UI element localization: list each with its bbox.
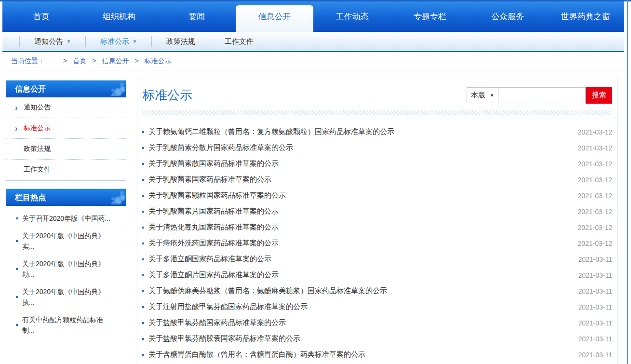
breadcrumb-link[interactable]: 信息公开 [102,57,129,65]
bullet-icon [142,274,144,276]
news-title-link[interactable]: 关于痔疮外洗药国家药品标准草案的公示 [148,239,577,248]
hot-list-item[interactable]: 关于2020年版《中国药典》执... [6,283,126,311]
sidebar-menu-item[interactable]: › 通知公告 [6,97,126,118]
sub-nav-label: 政策法规 [166,37,195,45]
sidebar-menu-header: 信息公开 [6,81,126,97]
hot-item-label: 关于2020年版《中国药典》执... [22,286,113,308]
sidebar-menu-title: 信息公开 [15,85,46,93]
top-nav-item[interactable]: 工作动态 [313,1,391,32]
news-date: 2021-03-11 [578,303,612,311]
top-nav-label: 工作动态 [336,11,369,22]
breadcrumb-prefix: 当前位置： [11,57,45,66]
top-nav-label: 世界药典之窗 [561,11,610,22]
top-nav-label: 要闻 [188,11,205,22]
top-nav-item[interactable]: 公众服务 [469,1,547,32]
sub-nav-item[interactable]: 政策法规▼ [151,36,210,47]
bullet-icon [142,338,144,340]
news-row: 关于盐酸甲氯芬酯胶囊国家药品标准草案的公示 2021-03-11 [142,331,612,347]
news-title-link[interactable]: 关于乳酸菌素国家药品标准草案的公示 [148,175,577,184]
top-nav-label: 公众服务 [491,11,524,22]
breadcrumb-link[interactable]: 标准公示 [145,57,172,65]
search-button[interactable]: 搜索 [586,87,612,104]
top-nav-label: 组织机构 [103,11,135,22]
sidebar-hot-header: 栏目热点 [6,189,126,206]
news-title-link[interactable]: 关于赖氨葡钙二维颗粒（曾用名：复方赖氨酸颗粒）国家药品标准草案的公示 [148,127,577,136]
top-nav-label: 信息公开 [258,11,291,22]
search-input[interactable] [498,87,586,103]
breadcrumb-separator: > [134,57,138,65]
bullet-icon [16,217,18,219]
news-date: 2021-03-11 [578,351,612,359]
breadcrumb-separator: > [63,57,67,65]
news-date: 2021-03-11 [578,335,612,343]
hot-list-item[interactable]: 关于2020年版《中国药典》勘... [6,255,126,283]
bullet-icon [142,147,144,149]
content-area: 信息公开 › 通知公告 [2,70,624,364]
sidebar: 信息公开 › 通知公告 [6,80,126,364]
search-scope-select[interactable]: 本版 ▼ [467,87,498,103]
news-title-link[interactable]: 关于乳酸菌素片国家药品标准草案的公示 [148,207,577,216]
sub-nav-item[interactable]: 标准公示▼ [85,36,151,47]
breadcrumb-link[interactable]: 首页 [73,57,86,65]
top-nav-item[interactable]: 组织机构 [80,1,158,32]
breadcrumb-crumb: >首页 [57,57,86,66]
news-row: 关于乳酸菌素国家药品标准草案的公示 2021-03-12 [142,172,612,188]
hot-item-label: 关于2020年版《中国药典》实... [22,230,113,252]
bullet-icon [142,195,144,197]
page-title: 标准公示 [142,87,192,104]
news-date: 2021-03-12 [577,128,612,136]
bullet-icon [16,324,18,326]
hot-item-label: 关于召开2020年版《中国药... [22,213,110,224]
news-date: 2021-03-12 [577,176,612,184]
news-date: 2021-03-12 [577,240,612,247]
chevron-right-icon: › [15,124,24,133]
sidebar-menu-box: 信息公开 › 通知公告 [6,80,126,181]
news-title-link[interactable]: 关于乳酸菌素散国家药品标准草案的公示 [148,159,577,168]
hot-list: 关于召开2020年版《中国药... 关于2020年版《中国药典》实... 关于2… [6,206,126,343]
bullet-icon [142,290,144,292]
news-row: 关于乳酸菌素散国家药品标准草案的公示 2021-03-12 [142,156,612,172]
news-row: 关于乳酸菌素颗粒国家药品标准草案的公示 2021-03-12 [142,188,612,203]
breadcrumb: 当前位置： >首页 >信息公开 >标准公示 [2,52,624,70]
sidebar-menu-item[interactable]: › 工作文件 [6,160,126,180]
news-title-link[interactable]: 关于注射用盐酸甲氯芬酯国家药品标准草案的公示 [148,302,578,311]
select-arrow-icon: ▼ [490,93,494,98]
top-nav-item[interactable]: 首页 [2,1,80,32]
news-row: 关于含糖胃蛋白酶散（曾用名：含糖胃蛋白酶）药典标准草案的公示 2021-03-1… [142,347,612,363]
top-nav-item[interactable]: 要闻 [158,1,236,32]
breadcrumb-crumb: >信息公开 [86,57,129,66]
top-nav-item[interactable]: 信息公开 [236,5,313,32]
sub-nav-item[interactable]: 通知公告▼ [19,36,85,47]
sidebar-menu-item[interactable]: › 标准公示 [6,118,126,139]
news-title-link[interactable]: 关于盐酸甲氯芬酯胶囊国家药品标准草案的公示 [148,334,578,343]
bullet-icon [142,227,144,229]
sidebar-menu-item[interactable]: › 政策法规 [6,139,126,160]
striped-divider [142,110,612,115]
hot-list-item[interactable]: 关于2020年版《中国药典》实... [6,227,126,255]
breadcrumb-separator: > [92,57,96,65]
news-date: 2021-03-11 [578,319,612,327]
page-container: 首页 组织机构 要闻 信息公开 工作动态 专题专栏 公众服务 [2,1,624,364]
sidebar-hot-title: 栏目热点 [15,193,46,202]
hot-list-item[interactable]: 有关中药配方颗粒药品标准制... [6,311,126,339]
news-title-link[interactable]: 关于清热化毒丸国家药品标准草案的公示 [148,223,577,232]
search-scope-value: 本版 [471,91,485,100]
top-nav-item[interactable]: 专题专栏 [391,1,469,32]
top-nav-label: 专题专栏 [414,11,446,22]
hot-list-item[interactable]: 关于召开2020年版《中国药... [6,210,126,227]
news-date: 2021-03-12 [577,224,612,231]
sub-nav-item[interactable]: 工作文件▼ [210,36,268,47]
news-title-link[interactable]: 关于含糖胃蛋白酶散（曾用名：含糖胃蛋白酶）药典标准草案的公示 [148,350,578,359]
top-nav-item[interactable]: 世界药典之窗 [547,1,624,32]
news-title-link[interactable]: 关于多潘立酮片国家药品标准草案的公示 [148,270,578,280]
sidebar-menu-label: 通知公告 [24,103,51,112]
news-title-link[interactable]: 关于乳酸菌素分散片国家药品标准草案的公示 [148,143,577,152]
news-title-link[interactable]: 关于多潘立酮国家药品标准草案的公示 [148,255,578,264]
news-title-link[interactable]: 关于盐酸甲氯芬酯国家药品标准草案的公示 [148,318,578,327]
bullet-icon [142,322,144,324]
news-row: 关于盐酸甲氯芬酯国家药品标准草案的公示 2021-03-11 [142,315,612,331]
news-date: 2021-03-12 [577,144,612,152]
sub-nav-label: 标准公示 [100,37,129,45]
news-title-link[interactable]: 关于氨酚伪麻美芬糖浆（曾用名：氨酚麻美糖浆）国家药品标准草案的公示 [148,286,578,296]
news-title-link[interactable]: 关于乳酸菌素颗粒国家药品标准草案的公示 [148,191,577,200]
